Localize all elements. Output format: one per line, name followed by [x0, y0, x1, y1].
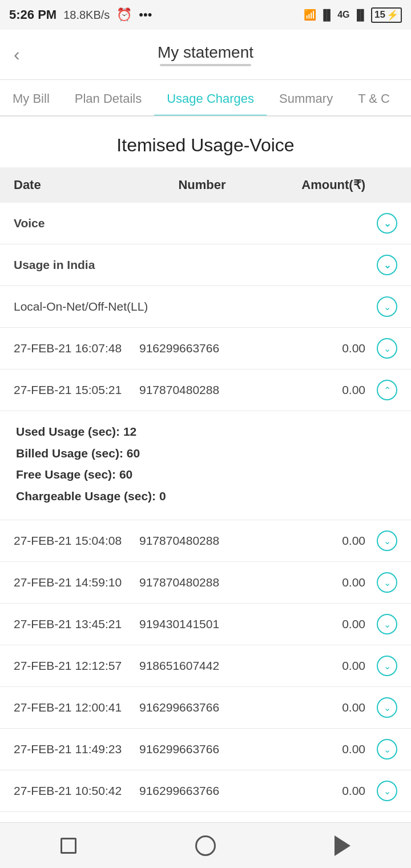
page-content: Itemised Usage-Voice Date Number Amount(… — [0, 116, 411, 868]
table-row[interactable]: 27-FEB-21 12:12:57 918651607442 0.00 ⌄ — [0, 645, 411, 687]
chevron-icon-dr1[interactable]: ⌄ — [370, 572, 397, 593]
nav-recents-button[interactable] — [54, 831, 83, 860]
chevron-icon-row2[interactable]: ⌃ — [370, 380, 397, 400]
table-row[interactable]: 27-FEB-21 11:49:23 916299663766 0.00 ⌄ — [0, 729, 411, 770]
header-title: My statement — [158, 43, 253, 62]
status-icons: 📶 ▐▌ 4G ▐▌ 15 ⚡ — [304, 7, 402, 23]
tabs-container: My Bill Plan Details Usage Charges Summa… — [0, 80, 411, 116]
chevron-icon-dr5[interactable]: ⌄ — [370, 739, 397, 760]
top-header: ‹ My statement — [0, 30, 411, 80]
nav-home-button[interactable] — [191, 831, 220, 860]
table-row[interactable]: 27-FEB-21 15:04:08 917870480288 0.00 ⌄ — [0, 520, 411, 562]
section-header-voice[interactable]: Voice ⌄ — [0, 203, 411, 244]
back-button[interactable]: ‹ — [14, 44, 20, 65]
square-icon — [61, 838, 76, 854]
chevron-icon-voice[interactable]: ⌄ — [370, 213, 397, 234]
tab-my-bill[interactable]: My Bill — [0, 80, 62, 115]
chevron-icon-dr4[interactable]: ⌄ — [370, 697, 397, 718]
category-header-local[interactable]: Local-On-Net/Off-Net(LL) ⌄ — [0, 286, 411, 328]
wifi-icon: 📶 — [304, 9, 316, 21]
alarm-icon: ⏰ — [116, 7, 132, 22]
chevron-icon-local[interactable]: ⌄ — [370, 296, 397, 317]
status-bar: 5:26 PM 18.8KB/s ⏰ ••• 📶 ▐▌ 4G ▐▌ 15 ⚡ — [0, 0, 411, 30]
chevron-icon-dr0[interactable]: ⌄ — [370, 531, 397, 551]
table-row[interactable]: 27-FEB-21 16:07:48 916299663766 0.00 ⌄ — [0, 328, 411, 369]
nav-back-button[interactable] — [328, 831, 357, 860]
signal2-icon: ▐▌ — [353, 9, 368, 21]
bottom-nav — [0, 822, 411, 868]
signal-icon: ▐▌ — [320, 9, 335, 21]
signal-4g-icon: 4G — [337, 10, 349, 20]
table-row[interactable]: 27-FEB-21 15:05:21 917870480288 0.00 ⌃ — [0, 369, 411, 411]
page-title: Itemised Usage-Voice — [0, 116, 411, 167]
tab-summary[interactable]: Summary — [267, 80, 345, 115]
col-header-number: Number — [139, 178, 265, 192]
table-row[interactable]: 27-FEB-21 12:00:41 916299663766 0.00 ⌄ — [0, 687, 411, 729]
chevron-icon-india[interactable]: ⌄ — [370, 255, 397, 275]
chevron-icon-row1[interactable]: ⌄ — [370, 338, 397, 359]
circle-icon — [195, 835, 216, 856]
title-underline — [160, 64, 251, 66]
table-row[interactable]: 27-FEB-21 14:59:10 917870480288 0.00 ⌄ — [0, 562, 411, 604]
table-row[interactable]: 27-FEB-21 10:50:42 916299663766 0.00 ⌄ — [0, 770, 411, 812]
chevron-icon-dr3[interactable]: ⌄ — [370, 656, 397, 676]
data-rows-container: 27-FEB-21 15:04:08 917870480288 0.00 ⌄ 2… — [0, 520, 411, 868]
tab-plan-details[interactable]: Plan Details — [62, 80, 154, 115]
status-speed: 18.8KB/s — [63, 9, 110, 22]
section-header-india[interactable]: Usage in India ⌄ — [0, 244, 411, 286]
chevron-icon-dr2[interactable]: ⌄ — [370, 614, 397, 634]
usage-info-box: Used Usage (sec): 12 Billed Usage (sec):… — [0, 411, 411, 520]
col-header-date: Date — [14, 178, 139, 192]
triangle-icon — [335, 835, 350, 856]
col-header-amount: Amount(₹) — [265, 178, 397, 192]
dots-icon: ••• — [139, 7, 152, 22]
tab-usage-charges[interactable]: Usage Charges — [154, 80, 267, 115]
chevron-icon-dr6[interactable]: ⌄ — [370, 781, 397, 801]
battery-icon: 15 ⚡ — [371, 7, 402, 23]
tab-tc[interactable]: T & C — [345, 80, 402, 115]
table-row[interactable]: 27-FEB-21 13:45:21 919430141501 0.00 ⌄ — [0, 604, 411, 645]
status-time: 5:26 PM — [9, 7, 57, 22]
usage-table: Date Number Amount(₹) Voice ⌄ Usage in I… — [0, 167, 411, 868]
table-header: Date Number Amount(₹) — [0, 167, 411, 203]
